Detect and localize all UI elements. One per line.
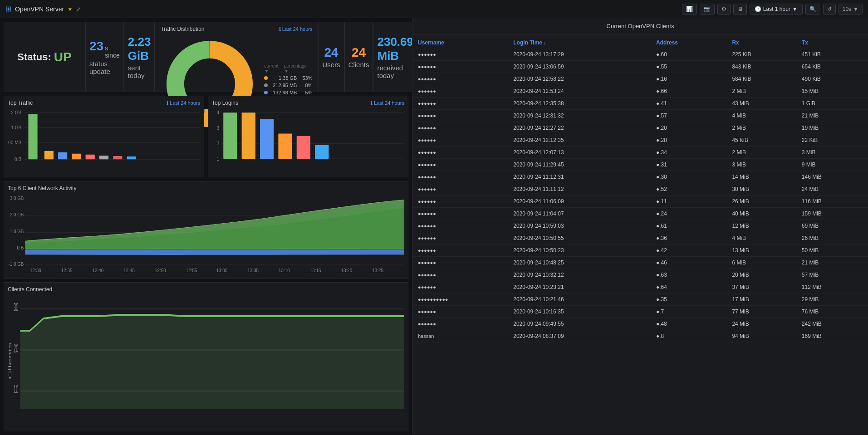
- cell-login: 2020-09-24 12:53:24: [508, 85, 651, 98]
- cell-rx: 4 MiB: [726, 232, 796, 244]
- time-range-picker[interactable]: 🕐 Last 1 hour ▼: [750, 4, 803, 15]
- svg-text:3.0 GB: 3.0 GB: [10, 196, 24, 200]
- since-label: s since: [105, 44, 120, 59]
- cell-username: ●●●●●●: [412, 269, 508, 281]
- svg-text:12:35: 12:35: [61, 268, 73, 273]
- received-value: 230.69 MiB: [377, 35, 412, 63]
- cell-tx: 50 MiB: [796, 244, 868, 257]
- top-logins-svg: 4 3 2 1: [212, 108, 404, 173]
- cell-login: 2020-09-24 10:59:03: [508, 220, 651, 232]
- clients-svg: 30 20 10 Clients: [8, 294, 404, 427]
- cell-username: ●●●●●●: [412, 61, 508, 73]
- svg-text:-1.0 GB: -1.0 GB: [8, 262, 24, 267]
- cell-username: ●●●●●●: [412, 306, 508, 318]
- cell-tx: 146 MiB: [796, 171, 868, 183]
- status-box: Status: UP: [4, 22, 85, 92]
- cell-login: 2020-09-24 10:50:55: [508, 232, 651, 244]
- cell-username: ●●●●●●: [412, 257, 508, 269]
- cell-username: ●●●●●●: [412, 232, 508, 244]
- camera-button[interactable]: 📷: [700, 4, 715, 15]
- table-row: ●●●●●● 2020-09-24 10:16:35 ●.7 77 MiB 76…: [412, 306, 868, 318]
- svg-rect-19: [113, 156, 122, 159]
- share-icon[interactable]: ⤢: [76, 6, 81, 12]
- refresh-interval[interactable]: 10s ▼: [839, 4, 863, 15]
- topbar: ⊞ OpenVPN Server ★ ⤢ 📊 📷 ⚙ 🖥 🕐 Last 1 ho…: [0, 0, 868, 18]
- cell-address: ●.16: [651, 73, 726, 85]
- cell-rx: 225 KiB: [726, 49, 796, 61]
- cell-login: 2020-09-24 10:32:12: [508, 269, 651, 281]
- cell-tx: 69 MiB: [796, 220, 868, 232]
- cell-address: ●.55: [651, 61, 726, 73]
- cell-login: 2020-09-24 11:12:31: [508, 171, 651, 183]
- cell-login: 2020-09-24 13:17:29: [508, 49, 651, 61]
- svg-marker-64: [20, 315, 404, 409]
- svg-rect-29: [223, 112, 237, 159]
- cell-rx: 94 MiB: [726, 330, 796, 342]
- cell-login: 2020-09-24 12:58:22: [508, 73, 651, 85]
- cell-tx: 57 MiB: [796, 269, 868, 281]
- table-row: ●●●●●● 2020-09-24 10:48:25 ●.46 6 MiB 21…: [412, 257, 868, 269]
- cell-username: ●●●●●●: [412, 196, 508, 208]
- col-tx[interactable]: Tx: [796, 36, 868, 50]
- cell-rx: 4 MiB: [726, 110, 796, 122]
- col-username[interactable]: Username: [412, 36, 508, 50]
- svg-text:3: 3: [217, 126, 220, 131]
- clients-title: Clients Connected: [8, 286, 52, 293]
- svg-rect-18: [99, 156, 108, 159]
- top-traffic-header: Top Traffic ℹ Last 24 hours: [8, 100, 200, 106]
- table-row: ●●●●●● 2020-09-24 12:58:22 ●.16 584 KiB …: [412, 73, 868, 85]
- table-row: ●●●●●●●●●● 2020-09-24 10:21:46 ●.35 17 M…: [412, 293, 868, 306]
- legend-row-3: 132.98 MB 5%: [264, 90, 312, 95]
- clients-header: Clients Connected: [8, 286, 404, 293]
- cell-login: 2020-09-24 10:21:46: [508, 293, 651, 306]
- svg-text:13:25: 13:25: [372, 268, 383, 273]
- cell-address: ●.11: [651, 196, 726, 208]
- cell-tx: 26 MiB: [796, 232, 868, 244]
- cell-address: ●.60: [651, 49, 726, 61]
- zoom-button[interactable]: 🔍: [805, 4, 820, 15]
- cell-tx: 19 MiB: [796, 122, 868, 134]
- svg-text:13:05: 13:05: [247, 268, 259, 273]
- svg-text:13:20: 13:20: [341, 268, 353, 273]
- table-row: hassan 2020-09-24 08:37:09 ●.8 94 MiB 16…: [412, 330, 868, 342]
- top-traffic-time: ℹ Last 24 hours: [167, 100, 200, 106]
- legend-dot-3: [264, 91, 268, 94]
- col-rx[interactable]: Rx: [726, 36, 796, 50]
- table-row: ●●●●●● 2020-09-24 12:27:22 ●.20 2 MiB 19…: [412, 122, 868, 134]
- star-icon[interactable]: ★: [68, 6, 73, 12]
- cell-tx: 1 GiB: [796, 98, 868, 110]
- svg-rect-20: [127, 156, 136, 159]
- refresh-button[interactable]: ↺: [823, 4, 836, 15]
- cell-address: ●.8: [651, 330, 726, 342]
- cell-tx: 654 KiB: [796, 61, 868, 73]
- table-row: ●●●●●● 2020-09-24 11:04:07 ●.24 40 MiB 1…: [412, 208, 868, 220]
- cell-username: ●●●●●●: [412, 318, 508, 330]
- cell-login: 2020-09-24 12:07:13: [508, 147, 651, 159]
- donut-header: Traffic Distribution ℹ Last 24 hours: [161, 26, 312, 32]
- cell-tx: 29 MiB: [796, 293, 868, 306]
- tv-button[interactable]: 🖥: [733, 4, 747, 15]
- col-login-time[interactable]: Login Time: [508, 36, 651, 50]
- cell-username: ●●●●●●: [412, 281, 508, 293]
- since-box: 23 s since status update: [85, 22, 124, 92]
- cell-address: ●.35: [651, 293, 726, 306]
- col-address[interactable]: Address: [651, 36, 726, 50]
- left-panel: Status: UP 23 s since status update 2.23…: [0, 18, 412, 435]
- time-range-label: Last 1 hour: [763, 6, 790, 12]
- since-sub: status update: [89, 60, 120, 75]
- cell-rx: 37 MiB: [726, 281, 796, 293]
- cell-rx: 30 MiB: [726, 183, 796, 196]
- svg-rect-31: [260, 119, 274, 159]
- app-title: OpenVPN Server: [15, 5, 64, 13]
- settings-button[interactable]: ⚙: [717, 4, 731, 15]
- clock-icon: 🕐: [755, 6, 761, 12]
- cell-rx: 12 MiB: [726, 220, 796, 232]
- svg-rect-15: [58, 152, 67, 159]
- cell-tx: 3 MiB: [796, 147, 868, 159]
- cell-login: 2020-09-24 10:23:21: [508, 281, 651, 293]
- cell-address: ●.46: [651, 257, 726, 269]
- chart-button[interactable]: 📊: [682, 4, 697, 15]
- cell-login: 2020-09-24 10:16:35: [508, 306, 651, 318]
- cell-address: ●.30: [651, 171, 726, 183]
- sent-value: 2.23 GiB: [128, 35, 151, 63]
